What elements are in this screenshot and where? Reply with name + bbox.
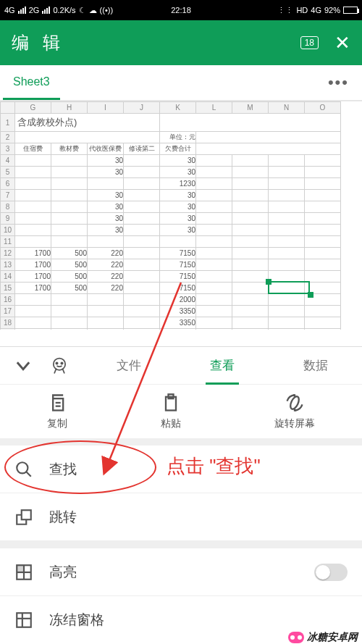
copy-button[interactable]: 复制 (47, 393, 67, 430)
menu-highlight[interactable]: 高亮 (0, 548, 362, 596)
spreadsheet-grid[interactable]: GHIJKLMNO1含成教校外点)2单位：元3住宿费教材费代收医保费修读第二欠费… (0, 101, 362, 330)
hd-label: HD (296, 6, 308, 14)
action-row: 复制 粘贴 旋转屏幕 (0, 385, 362, 446)
svg-rect-3 (53, 398, 63, 410)
menu-list: 查找 跳转 高亮 冻结窗格 (0, 446, 362, 644)
bottom-panel: 文件 查看 数据 复制 粘贴 旋转屏幕 查找 跳转 高亮 (0, 346, 362, 644)
battery-label: 92% (324, 6, 340, 14)
collapse-icon[interactable] (13, 356, 33, 376)
assistant-icon[interactable] (49, 356, 70, 376)
menu-find[interactable]: 查找 (0, 446, 362, 493)
highlight-toggle[interactable] (314, 564, 348, 581)
watermark-text: 冰糖安卓网 (307, 631, 358, 644)
watermark-logo-icon (288, 632, 304, 643)
rotate-button[interactable]: 旋转屏幕 (274, 393, 315, 430)
selection-handle-br[interactable] (308, 292, 313, 298)
menu-goto-label: 跳转 (49, 508, 77, 527)
menu-goto[interactable]: 跳转 (0, 493, 362, 541)
svg-point-2 (61, 362, 62, 364)
svg-rect-15 (17, 565, 24, 572)
selection-handle-tl[interactable] (266, 279, 272, 285)
moon-icon: ☾ (79, 6, 86, 15)
status-bar: 4G 2G 0.2K/s ☾ ☁ ((•)) 22:18 ⋮⋮ HD 4G 92… (0, 0, 362, 20)
net-label-1: 4G (4, 6, 15, 14)
menu-find-label: 查找 (49, 460, 77, 479)
watermark: 冰糖安卓网 (288, 631, 358, 644)
paste-icon (161, 393, 181, 413)
app-bar: 编 辑 18 ✕ (0, 20, 362, 65)
paste-label: 粘贴 (161, 417, 181, 430)
sheet-tabs: Sheet3 ••• (0, 65, 362, 101)
copy-label: 复制 (47, 417, 67, 430)
battery-icon (343, 7, 358, 14)
tab-file[interactable]: 文件 (111, 347, 147, 385)
app-title: 编 辑 (12, 31, 64, 54)
selection-rect[interactable] (268, 281, 310, 294)
net-label-2: 2G (29, 6, 40, 14)
net-label-3: 4G (311, 6, 321, 14)
tab-view[interactable]: 查看 (204, 347, 240, 385)
highlight-icon (14, 563, 33, 582)
signal-icon-1 (18, 7, 26, 14)
goto-icon (14, 508, 33, 527)
menu-freeze-label: 冻结窗格 (49, 611, 104, 630)
svg-point-0 (54, 358, 65, 369)
rotate-label: 旋转屏幕 (274, 417, 315, 430)
search-icon (14, 460, 33, 479)
wifi-icon: ((•)) (100, 6, 114, 14)
svg-line-10 (26, 472, 31, 477)
undo-badge[interactable]: 18 (300, 36, 319, 49)
clock: 22:18 (171, 6, 191, 14)
cloud-icon: ☁ (89, 6, 97, 15)
svg-rect-16 (17, 613, 31, 627)
sheet-tab-active[interactable]: Sheet3 (3, 65, 60, 100)
menu-highlight-label: 高亮 (49, 563, 77, 582)
panel-tabs: 文件 查看 数据 (0, 347, 362, 385)
signal-icon-2 (42, 7, 50, 14)
svg-rect-11 (22, 510, 31, 519)
paste-button[interactable]: 粘贴 (161, 393, 181, 430)
rotate-icon (285, 393, 305, 413)
svg-point-8 (289, 396, 300, 411)
tab-data[interactable]: 数据 (298, 347, 334, 385)
more-button[interactable]: ••• (318, 73, 359, 92)
net-speed: 0.2K/s (53, 6, 75, 14)
close-button[interactable]: ✕ (334, 32, 350, 54)
freeze-icon (14, 611, 33, 630)
bt-icon: ⋮⋮ (277, 6, 293, 15)
svg-point-9 (17, 462, 28, 473)
copy-icon (47, 393, 67, 413)
svg-point-1 (56, 362, 57, 364)
